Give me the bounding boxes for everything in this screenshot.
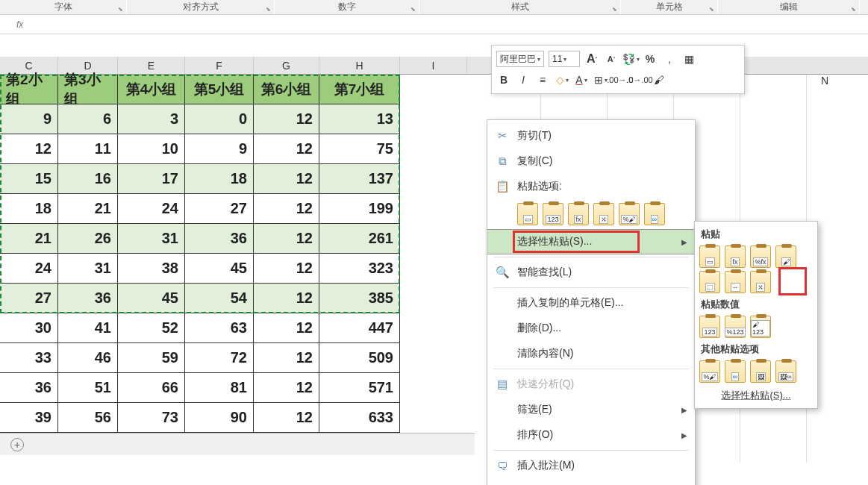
bold-icon[interactable]: B xyxy=(496,72,511,87)
table-cell[interactable]: 12 xyxy=(254,254,319,284)
column-header[interactable]: E xyxy=(118,57,185,74)
column-header[interactable]: G xyxy=(254,57,319,74)
sub-picture-icon[interactable]: 🖼 xyxy=(750,360,771,383)
table-cell[interactable]: 12 xyxy=(254,194,319,224)
paste-transpose-icon[interactable]: ⤭ xyxy=(593,203,614,225)
sub-linked-picture-icon[interactable]: 🖼∞ xyxy=(775,360,796,383)
table-cell[interactable]: 12 xyxy=(254,284,319,313)
table-cell[interactable]: 33 xyxy=(0,343,58,373)
formula-input[interactable] xyxy=(29,16,868,34)
column-header[interactable]: H xyxy=(319,57,400,74)
table-header-cell[interactable]: 第4小组 xyxy=(118,75,185,104)
table-cell[interactable]: 137 xyxy=(319,164,400,194)
table-cell[interactable]: 26 xyxy=(58,224,118,254)
table-cell[interactable]: 81 xyxy=(185,373,254,403)
table-cell[interactable]: 30 xyxy=(0,313,58,343)
table-cell[interactable]: 12 xyxy=(254,343,319,373)
table-cell[interactable]: 12 xyxy=(254,134,319,164)
column-header[interactable]: F xyxy=(185,57,254,74)
table-cell[interactable]: 10 xyxy=(118,134,185,164)
increase-decimal-icon[interactable]: .0→.00 xyxy=(632,72,647,87)
sub-paste-special-link[interactable]: 选择性粘贴(S)... xyxy=(699,384,813,405)
table-cell[interactable]: 15 xyxy=(0,164,58,194)
table-cell[interactable]: 36 xyxy=(58,284,118,313)
table-cell[interactable]: 9 xyxy=(0,104,58,134)
sub-paste-noborders-icon[interactable]: ⬚ xyxy=(699,271,720,293)
font-size-dropdown[interactable]: 11▾ xyxy=(549,51,580,67)
paste-formatting-icon[interactable]: %🖌 xyxy=(619,203,640,225)
paste-formulas-icon[interactable]: fx xyxy=(568,203,589,225)
table-cell[interactable]: 6 xyxy=(58,104,118,134)
table-cell[interactable]: 385 xyxy=(319,284,400,313)
table-cell[interactable]: 12 xyxy=(254,164,319,194)
sub-values-icon[interactable]: 123 xyxy=(699,316,720,338)
align-icon[interactable]: ≡ xyxy=(535,72,550,87)
sub-paste-colwidth-icon[interactable]: ↔ xyxy=(725,271,746,293)
table-cell[interactable]: 36 xyxy=(0,373,58,403)
table-cell[interactable]: 38 xyxy=(118,254,185,284)
table-cell[interactable]: 54 xyxy=(185,284,254,313)
paste-link-icon[interactable]: ∞ xyxy=(644,203,665,225)
decrease-font-icon[interactable]: Aˇ xyxy=(604,51,619,66)
table-cell[interactable]: 41 xyxy=(58,313,118,343)
table-cell[interactable]: 27 xyxy=(185,194,254,224)
table-cell[interactable]: 323 xyxy=(319,254,400,284)
table-cell[interactable]: 12 xyxy=(0,134,58,164)
table-cell[interactable]: 24 xyxy=(118,194,185,224)
table-cell[interactable]: 17 xyxy=(118,164,185,194)
table-cell[interactable]: 18 xyxy=(185,164,254,194)
table-cell[interactable]: 39 xyxy=(0,403,58,433)
sub-paste-formulas-icon[interactable]: fx xyxy=(725,245,746,268)
format-painter-icon[interactable]: 🖌 xyxy=(652,72,666,87)
table-header-cell[interactable]: 第5小组 xyxy=(185,75,254,104)
table-cell[interactable]: 447 xyxy=(319,313,400,343)
ctx-paste-special[interactable]: 选择性粘贴(S)...▶ xyxy=(487,229,695,254)
column-header-n[interactable]: N xyxy=(791,75,858,87)
table-cell[interactable]: 31 xyxy=(118,224,185,254)
borders-icon[interactable]: ⊞▾ xyxy=(593,72,608,87)
table-header-cell[interactable]: 第7小组 xyxy=(319,75,400,104)
table-cell[interactable]: 51 xyxy=(58,373,118,403)
ctx-delete[interactable]: 删除(D)... xyxy=(487,316,695,341)
table-cell[interactable]: 24 xyxy=(0,254,58,284)
sub-paste-pctfx-icon[interactable]: %fx xyxy=(750,245,771,268)
ctx-sort[interactable]: 排序(O)▶ xyxy=(487,422,695,448)
table-cell[interactable]: 21 xyxy=(0,224,58,254)
table-cell[interactable]: 56 xyxy=(58,403,118,433)
format-table-icon[interactable]: ▦ xyxy=(681,51,696,66)
accounting-format-icon[interactable]: 💱▾ xyxy=(623,51,638,66)
sub-link-icon[interactable]: ∞ xyxy=(725,360,746,383)
ctx-cut[interactable]: ✂剪切(T) xyxy=(487,123,695,148)
ctx-format-cells[interactable]: ⊞设置单元格格式(F)... xyxy=(487,478,695,485)
ctx-smart-lookup[interactable]: 🔍智能查找(L) xyxy=(487,260,695,285)
table-cell[interactable]: 9 xyxy=(185,134,254,164)
table-cell[interactable]: 66 xyxy=(118,373,185,403)
table-cell[interactable]: 90 xyxy=(185,403,254,433)
sub-formatting-icon[interactable]: %🖌 xyxy=(699,360,720,383)
table-cell[interactable]: 12 xyxy=(254,373,319,403)
table-cell[interactable]: 27 xyxy=(0,284,58,313)
table-cell[interactable]: 199 xyxy=(319,194,400,224)
table-cell[interactable]: 21 xyxy=(58,194,118,224)
table-cell[interactable]: 59 xyxy=(118,343,185,373)
table-cell[interactable]: 52 xyxy=(118,313,185,343)
ctx-copy[interactable]: ⧉复制(C) xyxy=(487,148,695,174)
sub-values-pct-icon[interactable]: %123 xyxy=(725,316,746,338)
ctx-insert-comment[interactable]: 🗨插入批注(M) xyxy=(487,453,695,478)
table-header-cell[interactable]: 第2小组 xyxy=(0,75,58,104)
fill-color-icon[interactable]: ◇▾ xyxy=(555,72,569,87)
percent-format-icon[interactable]: % xyxy=(643,51,658,66)
table-cell[interactable]: 571 xyxy=(319,373,400,403)
table-cell[interactable]: 63 xyxy=(185,313,254,343)
sub-paste-keep-source-icon[interactable]: 🖌 xyxy=(775,245,796,268)
table-cell[interactable]: 75 xyxy=(319,134,400,164)
sub-paste-transpose-icon[interactable]: ⤭ xyxy=(750,271,771,293)
new-sheet-button[interactable]: + xyxy=(10,438,24,451)
table-cell[interactable]: 12 xyxy=(254,403,319,433)
table-cell[interactable]: 261 xyxy=(319,224,400,254)
ctx-insert-copied[interactable]: 插入复制的单元格(E)... xyxy=(487,290,695,316)
table-header-cell[interactable]: 第6小组 xyxy=(254,75,319,104)
table-cell[interactable]: 45 xyxy=(185,254,254,284)
increase-font-icon[interactable]: Aˆ xyxy=(584,51,599,66)
decrease-decimal-icon[interactable]: .00→.0 xyxy=(613,72,628,87)
